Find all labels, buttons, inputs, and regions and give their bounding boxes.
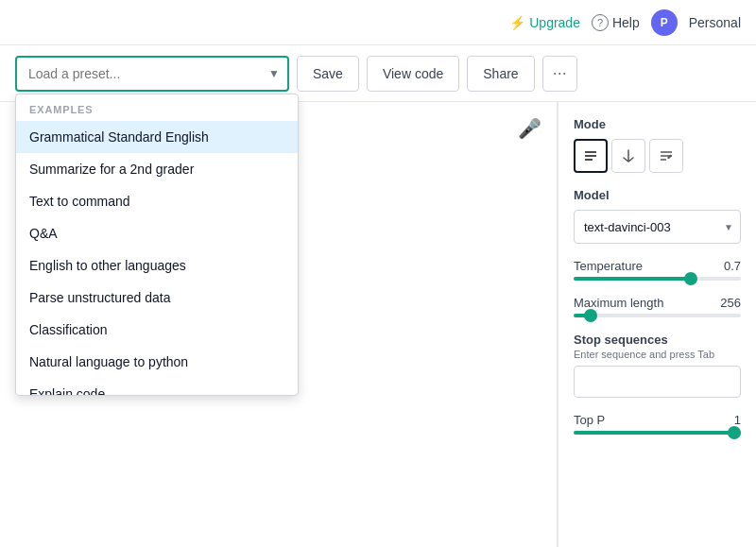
top-nav: ⚡ Upgrade ? Help P Personal [0,0,756,45]
top-p-slider-track[interactable] [574,431,741,435]
dropdown-section-label: EXAMPLES [16,94,298,121]
mode-btn-edit[interactable] [649,139,683,173]
dropdown-scroll[interactable]: EXAMPLES Grammatical Standard English Su… [16,94,298,396]
temperature-label: Temperature [574,259,643,273]
max-length-slider-thumb[interactable] [584,309,597,322]
mode-btn-text[interactable] [574,139,608,173]
mic-button[interactable]: 🎤 [518,117,541,140]
dropdown-item-8[interactable]: Explain code [16,378,298,396]
temperature-slider-thumb[interactable] [684,272,697,285]
upgrade-icon: ⚡ [509,15,525,30]
max-length-label: Maximum length [574,296,663,310]
model-select[interactable]: text-davinci-003 text-davinci-002 text-c… [574,210,741,244]
dropdown-item-4[interactable]: English to other languages [16,249,298,282]
preset-wrapper: ▼ EXAMPLES Grammatical Standard English … [15,56,289,92]
dropdown-item-6[interactable]: Classification [16,314,298,346]
top-p-value: 1 [734,413,741,427]
mode-btn-insert[interactable] [611,139,645,173]
dropdown-item-7[interactable]: Natural language to python [16,346,298,378]
model-select-wrapper: text-davinci-003 text-davinci-002 text-c… [574,210,741,244]
stop-sequences-input[interactable] [574,366,741,398]
temperature-slider-fill [574,277,691,281]
model-label: Model [574,188,741,202]
dropdown-item-3[interactable]: Q&A [16,217,298,249]
top-p-slider-fill [574,431,741,435]
preset-input[interactable] [15,56,289,92]
edit-mode-icon [659,148,674,163]
max-length-value: 256 [720,296,741,310]
temperature-control: Temperature 0.7 [574,259,741,281]
help-label: Help [612,15,640,30]
upgrade-label: Upgrade [529,15,580,30]
help-button[interactable]: ? Help [592,14,640,31]
dropdown-item-1[interactable]: Summarize for a 2nd grader [16,153,298,185]
top-p-control: Top P 1 [574,413,741,435]
dropdown-item-5[interactable]: Parse unstructured data [16,282,298,314]
temperature-slider-track[interactable] [574,277,741,281]
stop-sequences-label: Stop sequences [574,333,741,347]
top-p-slider-thumb[interactable] [728,426,741,439]
upgrade-button[interactable]: ⚡ Upgrade [509,15,580,30]
dropdown-item-2[interactable]: Text to command [16,185,298,217]
toolbar: ▼ EXAMPLES Grammatical Standard English … [0,45,756,102]
top-p-label: Top P [574,413,605,427]
dropdown-item-0[interactable]: Grammatical Standard English [16,121,298,153]
more-button[interactable]: ··· [542,56,577,92]
max-length-slider-track[interactable] [574,314,741,317]
right-panel: Mode [558,102,756,547]
view-code-button[interactable]: View code [367,56,459,92]
stop-sequences-hint: Enter sequence and press Tab [574,349,741,360]
save-button[interactable]: Save [297,56,359,92]
text-mode-icon [583,148,598,163]
preset-dropdown: EXAMPLES Grammatical Standard English Su… [15,94,299,396]
mode-buttons [574,139,741,173]
share-button[interactable]: Share [467,56,534,92]
mode-label: Mode [574,117,741,131]
personal-label[interactable]: Personal [689,15,741,30]
avatar[interactable]: P [651,9,678,36]
insert-mode-icon [621,148,636,163]
help-circle-icon: ? [592,14,609,31]
temperature-value: 0.7 [724,259,741,273]
max-length-control: Maximum length 256 [574,296,741,317]
mic-icon: 🎤 [518,118,541,139]
